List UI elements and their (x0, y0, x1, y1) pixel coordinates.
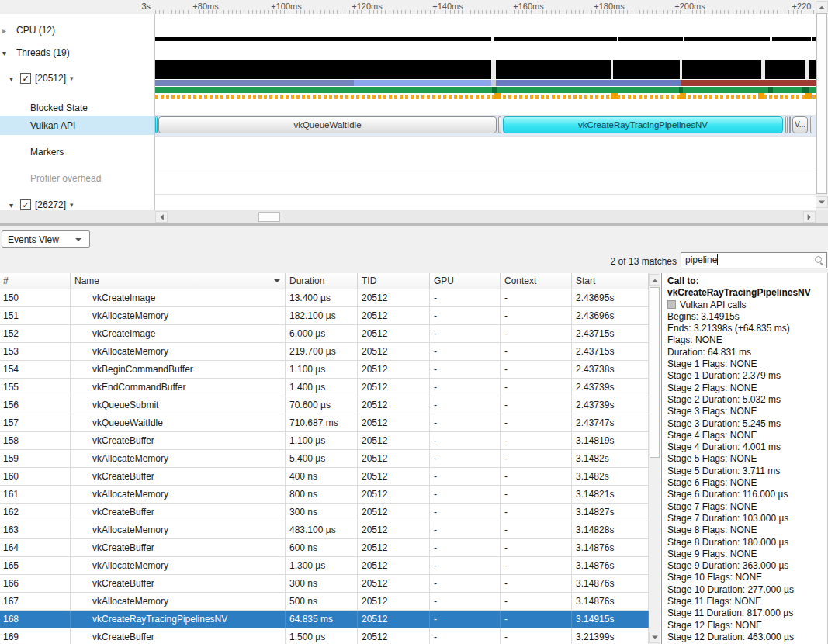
cpu-activity-bar[interactable] (155, 37, 816, 41)
table-vscrollbar[interactable] (649, 273, 660, 644)
column-header-gpu[interactable]: GPU (430, 273, 501, 289)
table-cell: vkCreateBuffer (71, 432, 286, 449)
table-cell: - (430, 557, 501, 574)
table-row[interactable]: 169vkCreateBuffer1.500 µs20512--3.21399s (0, 628, 649, 644)
span-vkqueuewaitidle[interactable]: vkQueueWaitIdle (158, 116, 497, 133)
table-row[interactable]: 164vkCreateBuffer600 ns20512--3.14876s (0, 539, 649, 557)
column-header-name[interactable]: Name (71, 273, 286, 289)
table-row[interactable]: 165vkAllocateMemory1.300 µs20512--3.1487… (0, 557, 649, 575)
vscroll-thumb[interactable] (816, 13, 827, 194)
tiny-span[interactable] (810, 116, 812, 133)
table-cell: 156 (0, 396, 71, 414)
tiny-span[interactable] (789, 116, 791, 133)
table-row[interactable]: 160vkCreateBuffer400 ns20512--3.1482s (0, 468, 649, 486)
sidebar-item-threads-19[interactable]: ▾Threads (19) (0, 47, 154, 59)
span-vkcreateraytracingpipelinesnv[interactable]: vkCreateRayTracingPipelinesNV (503, 116, 783, 133)
table-cell: 2.43739s (572, 396, 649, 414)
sidebar-item-20512[interactable]: ▾✓[20512]▾ (0, 71, 154, 85)
scroll-right-button[interactable] (803, 211, 816, 223)
sidebar-item-markers[interactable]: Markers (0, 146, 154, 158)
timeline-canvas[interactable]: vkQueueWaitIdlevkCreateRayTracingPipelin… (155, 14, 816, 210)
sidebar-item-blocked-state[interactable]: Blocked State (0, 102, 154, 114)
table-row[interactable]: 153vkAllocateMemory219.700 µs20512--2.43… (0, 343, 649, 361)
sidebar-item-26272[interactable]: ▾✓[26272]▾ (0, 198, 154, 211)
table-scroll-up-button[interactable] (649, 274, 660, 286)
activity-gap (611, 60, 613, 79)
table-cell: 165 (0, 557, 71, 574)
table-cell: 162 (0, 504, 71, 521)
table-scroll-down-button[interactable] (649, 632, 660, 643)
table-cell: 2.43715s (572, 325, 649, 342)
detail-line: Stage 5 Flags: NONE (667, 453, 827, 465)
activity-gap (770, 37, 772, 41)
table-row[interactable]: 163vkAllocateMemory483.100 µs20512--3.14… (0, 521, 649, 539)
green-state-bar[interactable] (155, 87, 816, 93)
table-row[interactable]: 152vkCreateImage6.000 µs20512--2.43715s (0, 325, 649, 343)
expand-expanded-icon[interactable]: ▾ (2, 49, 6, 57)
table-cell: 20512 (358, 486, 430, 503)
expand-expanded-icon[interactable]: ▾ (9, 74, 13, 82)
table-row[interactable]: 167vkAllocateMemory500 ns20512--3.14876s (0, 593, 649, 611)
scroll-left-button[interactable] (155, 211, 168, 223)
table-cell: 3.14915s (572, 611, 649, 628)
thread-state-bar-segment[interactable] (681, 80, 816, 86)
search-value: pipeline (685, 254, 717, 265)
table-row[interactable]: 155vkEndCommandBuffer1.400 µs20512--2.43… (0, 379, 649, 396)
events-view-bar: Events View 2 of 13 matches pipeline (0, 226, 828, 273)
sidebar-item-cpu-12[interactable]: ▸CPU (12) (0, 24, 154, 36)
column-header-start[interactable]: Start (572, 273, 649, 289)
expand-expanded-icon[interactable]: ▾ (9, 200, 13, 209)
sidebar-item-profiler-overhead[interactable]: Profiler overhead (0, 172, 154, 185)
table-row[interactable]: 158vkCreateBuffer1.100 µs20512--3.14819s (0, 432, 649, 450)
timeline-vscrollbar[interactable] (816, 0, 828, 210)
thread-state-bar-segment[interactable] (155, 80, 354, 86)
table-cell: 219.700 µs (286, 343, 358, 360)
row-options-caret-icon[interactable]: ▾ (70, 74, 74, 82)
timeline-ruler[interactable]: 3s +80ms+100ms+120ms+140ms+160ms+180ms+2… (0, 0, 816, 15)
table-cell: 3.14876s (572, 593, 649, 610)
column-header-tid[interactable]: TID (358, 273, 430, 289)
tiny-span[interactable] (785, 116, 788, 133)
column-header-duration[interactable]: Duration (286, 273, 358, 289)
search-input[interactable]: pipeline (681, 252, 827, 268)
table-row[interactable]: 157vkQueueWaitIdle710.687 ms20512--2.437… (0, 414, 649, 432)
table-row[interactable]: 151vkAllocateMemory182.100 µs20512--2.43… (0, 307, 649, 325)
table-row[interactable]: 166vkCreateBuffer300 ns20512--3.14876s (0, 575, 649, 593)
table-row[interactable]: 159vkAllocateMemory5.400 µs20512--3.1482… (0, 450, 649, 468)
events-view-selector[interactable]: Events View (2, 230, 90, 248)
expand-collapsed-icon[interactable]: ▸ (2, 26, 6, 35)
row-options-caret-icon[interactable]: ▾ (70, 201, 74, 209)
table-cell: vkAllocateMemory (71, 557, 286, 574)
column-header-num[interactable]: # (0, 273, 71, 289)
search-icon[interactable] (815, 256, 823, 265)
table-cell: - (430, 307, 501, 324)
marker-tick-row[interactable] (155, 95, 816, 99)
table-cell: - (430, 468, 501, 485)
table-row[interactable]: 156vkQueueSubmit70.600 µs20512--2.43739s (0, 396, 649, 414)
table-cell: 152 (0, 325, 71, 342)
sidebar-item-vulkan-api[interactable]: Vulkan API (0, 116, 154, 135)
tiny-span[interactable] (498, 116, 501, 133)
thread-state-bar-segment[interactable] (496, 80, 681, 86)
table-cell: 167 (0, 593, 71, 610)
table-cell: - (501, 343, 572, 360)
scroll-down-button[interactable] (816, 196, 828, 208)
table-row[interactable]: 150vkCreateImage13.400 µs20512--2.43695s (0, 289, 649, 307)
table-row[interactable]: 168vkCreateRayTracingPipelinesNV64.835 m… (0, 611, 649, 628)
thread-checkbox[interactable]: ✓ (20, 73, 31, 84)
legend-swatch-icon (667, 300, 676, 309)
span-truncated[interactable]: V... (792, 116, 808, 133)
table-row[interactable]: 154vkBeginCommandBuffer1.100 µs20512--2.… (0, 361, 649, 379)
thread-activity-bar[interactable] (155, 60, 816, 79)
timeline-hscrollbar[interactable] (0, 210, 828, 223)
table-row[interactable]: 162vkCreateBuffer300 ns20512--3.14827s (0, 504, 649, 521)
thread-state-bar-segment[interactable] (354, 80, 491, 86)
details-legend-label: Vulkan API calls (680, 299, 747, 310)
table-vscroll-thumb[interactable] (650, 287, 660, 458)
table-row[interactable]: 161vkAllocateMemory800 ns20512--3.14821s (0, 486, 649, 504)
column-header-context[interactable]: Context (501, 273, 572, 289)
hscroll-thumb[interactable] (258, 212, 280, 222)
clipped-span[interactable] (155, 116, 158, 133)
scroll-up-button[interactable] (816, 1, 828, 12)
thread-checkbox[interactable]: ✓ (20, 199, 31, 210)
